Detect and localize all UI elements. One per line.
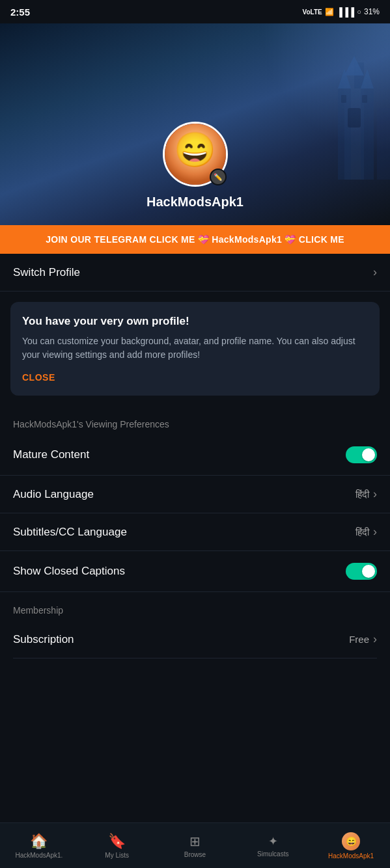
closed-captions-label: Show Closed Captions xyxy=(13,565,125,578)
battery-icon: ○ xyxy=(357,8,361,16)
subscription-right: Free › xyxy=(349,632,377,646)
mature-content-row: Mature Content xyxy=(0,435,390,476)
switch-profile-label: Switch Profile xyxy=(13,266,80,279)
profile-avatar-nav: 😄 xyxy=(342,832,360,850)
avatar-container: ✏️ xyxy=(163,122,228,187)
nav-label-mylists: My Lists xyxy=(105,852,129,859)
signal-icon: ▐▐▐ xyxy=(337,7,355,17)
info-card-body: You can customize your background, avata… xyxy=(22,334,368,362)
viewing-preferences-title: HackModsApk1's Viewing Preferences xyxy=(13,419,169,429)
nav-item-profile[interactable]: 😄 HackModsApk1 xyxy=(312,827,390,865)
audio-language-label: Audio Language xyxy=(13,488,94,501)
hero-section: ✏️ HackModsApk1 xyxy=(0,23,390,225)
viewing-preferences-header: HackModsApk1's Viewing Preferences xyxy=(0,406,390,435)
subtitles-cc-chevron: › xyxy=(373,525,377,539)
nav-label-home: HackModsApk1. xyxy=(15,852,63,859)
membership-section: Membership Subscription Free › xyxy=(0,592,390,664)
mylists-icon: 🔖 xyxy=(108,833,126,850)
closed-captions-row: Show Closed Captions xyxy=(0,551,390,592)
wifi-icon: 📶 xyxy=(325,8,334,16)
status-bar: 2:55 VoLTE 📶 ▐▐▐ ○ 31% xyxy=(0,0,390,23)
switch-profile-row[interactable]: Switch Profile › xyxy=(0,254,390,292)
nav-label-browse: Browse xyxy=(184,851,206,858)
info-card: You have your very own profile! You can … xyxy=(10,302,380,396)
svg-rect-8 xyxy=(341,95,346,103)
audio-language-right: हिंदी › xyxy=(355,487,377,501)
nav-item-home[interactable]: 🏠 HackModsApk1. xyxy=(0,828,78,864)
subtitles-cc-label: Subtitles/CC Language xyxy=(13,526,127,539)
audio-language-value: हिंदी xyxy=(355,489,369,500)
status-time: 2:55 xyxy=(10,7,30,18)
membership-header: Membership xyxy=(13,605,377,616)
nav-item-browse[interactable]: ⊞ Browse xyxy=(156,828,234,863)
subtitles-cc-right: हिंदी › xyxy=(355,525,377,539)
telegram-banner-text: JOIN OUR TELEGRAM CLICK ME 💝 HackModsApk… xyxy=(46,234,344,245)
audio-language-chevron: › xyxy=(373,487,377,501)
main-content: Switch Profile › You have your very own … xyxy=(0,254,390,709)
svg-rect-9 xyxy=(362,95,367,103)
home-icon: 🏠 xyxy=(30,833,48,850)
mature-content-label: Mature Content xyxy=(13,448,89,461)
subscription-label: Subscription xyxy=(13,633,74,646)
battery-percent: 31% xyxy=(364,7,380,16)
subscription-chevron: › xyxy=(373,632,377,646)
edit-icon: ✏️ xyxy=(214,173,223,182)
closed-captions-toggle[interactable] xyxy=(346,563,377,580)
svg-rect-10 xyxy=(377,108,390,180)
svg-rect-7 xyxy=(348,108,361,128)
profile-username: HackModsApk1 xyxy=(146,195,244,210)
browse-icon: ⊞ xyxy=(189,834,201,849)
simulcasts-icon: ✦ xyxy=(268,834,278,848)
mature-content-toggle[interactable] xyxy=(346,446,377,463)
info-card-close-button[interactable]: CLOSE xyxy=(22,372,368,383)
telegram-banner[interactable]: JOIN OUR TELEGRAM CLICK ME 💝 HackModsApk… xyxy=(0,225,390,254)
bottom-nav: 🏠 HackModsApk1. 🔖 My Lists ⊞ Browse ✦ Si… xyxy=(0,822,390,868)
subtitles-cc-row[interactable]: Subtitles/CC Language हिंदी › xyxy=(0,513,390,551)
subscription-row[interactable]: Subscription Free › xyxy=(13,621,377,658)
profile-avatar-emoji: 😄 xyxy=(346,836,357,847)
avatar-edit-button[interactable]: ✏️ xyxy=(210,169,227,185)
nav-label-profile: HackModsApk1 xyxy=(328,852,374,860)
nav-item-mylists[interactable]: 🔖 My Lists xyxy=(78,828,156,864)
audio-language-row[interactable]: Audio Language हिंदी › xyxy=(0,476,390,513)
subscription-value: Free xyxy=(349,634,369,645)
volte-icon: VoLTE xyxy=(302,8,322,16)
info-card-title: You have your very own profile! xyxy=(22,315,368,328)
nav-label-simulcasts: Simulcasts xyxy=(257,850,288,858)
castle-decoration xyxy=(305,23,390,180)
subtitles-cc-value: हिंदी xyxy=(355,526,369,538)
nav-item-simulcasts[interactable]: ✦ Simulcasts xyxy=(234,829,312,863)
status-icons: VoLTE 📶 ▐▐▐ ○ 31% xyxy=(302,7,380,17)
switch-profile-chevron: › xyxy=(373,265,377,279)
